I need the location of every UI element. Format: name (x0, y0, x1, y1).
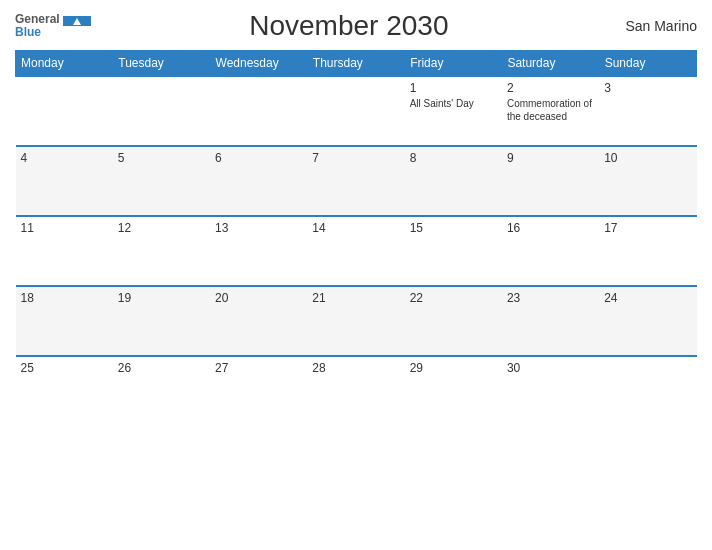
calendar-day-cell: 19 (113, 286, 210, 356)
day-number: 28 (312, 361, 399, 375)
calendar-day-cell: 1All Saints' Day (405, 76, 502, 146)
calendar-day-cell: 23 (502, 286, 599, 356)
day-number: 27 (215, 361, 302, 375)
calendar-day-cell (599, 356, 696, 426)
calendar-day-cell (307, 76, 404, 146)
calendar-day-cell: 2Commemoration of the deceased (502, 76, 599, 146)
day-number: 9 (507, 151, 594, 165)
calendar-title: November 2030 (91, 10, 607, 42)
calendar-day-cell (16, 76, 113, 146)
weekday-header-thursday: Thursday (307, 51, 404, 77)
calendar-week-row: 18192021222324 (16, 286, 697, 356)
svg-rect-1 (63, 26, 91, 36)
day-number: 17 (604, 221, 691, 235)
calendar-container: General Blue November 2030 San Marino Mo… (0, 0, 712, 550)
calendar-day-cell: 12 (113, 216, 210, 286)
day-number: 7 (312, 151, 399, 165)
calendar-day-cell: 30 (502, 356, 599, 426)
day-number: 29 (410, 361, 497, 375)
calendar-event: All Saints' Day (410, 97, 497, 110)
calendar-week-row: 252627282930 (16, 356, 697, 426)
calendar-day-cell: 3 (599, 76, 696, 146)
calendar-day-cell: 11 (16, 216, 113, 286)
day-number: 18 (21, 291, 108, 305)
calendar-day-cell: 25 (16, 356, 113, 426)
logo: General Blue (15, 13, 91, 39)
calendar-day-cell: 17 (599, 216, 696, 286)
weekday-header-monday: Monday (16, 51, 113, 77)
calendar-region: San Marino (607, 18, 697, 34)
calendar-header: General Blue November 2030 San Marino (15, 10, 697, 42)
logo-flag-icon (63, 16, 91, 36)
calendar-day-cell: 4 (16, 146, 113, 216)
weekday-header-sunday: Sunday (599, 51, 696, 77)
day-number: 12 (118, 221, 205, 235)
calendar-day-cell: 15 (405, 216, 502, 286)
calendar-day-cell: 14 (307, 216, 404, 286)
calendar-day-cell: 18 (16, 286, 113, 356)
day-number: 26 (118, 361, 205, 375)
calendar-day-cell: 28 (307, 356, 404, 426)
calendar-table: MondayTuesdayWednesdayThursdayFridaySatu… (15, 50, 697, 426)
day-number: 23 (507, 291, 594, 305)
day-number: 8 (410, 151, 497, 165)
calendar-day-cell: 7 (307, 146, 404, 216)
calendar-week-row: 11121314151617 (16, 216, 697, 286)
day-number: 24 (604, 291, 691, 305)
day-number: 25 (21, 361, 108, 375)
calendar-day-cell: 8 (405, 146, 502, 216)
calendar-day-cell (210, 76, 307, 146)
day-number: 11 (21, 221, 108, 235)
day-number: 16 (507, 221, 594, 235)
calendar-week-row: 1All Saints' Day2Commemoration of the de… (16, 76, 697, 146)
day-number: 13 (215, 221, 302, 235)
day-number: 4 (21, 151, 108, 165)
calendar-day-cell: 24 (599, 286, 696, 356)
calendar-day-cell: 10 (599, 146, 696, 216)
calendar-day-cell: 20 (210, 286, 307, 356)
calendar-day-cell: 16 (502, 216, 599, 286)
day-number: 22 (410, 291, 497, 305)
calendar-day-cell: 22 (405, 286, 502, 356)
day-number: 10 (604, 151, 691, 165)
logo-blue-text: Blue (15, 26, 60, 39)
calendar-day-cell: 26 (113, 356, 210, 426)
day-number: 6 (215, 151, 302, 165)
calendar-week-row: 45678910 (16, 146, 697, 216)
weekday-header-row: MondayTuesdayWednesdayThursdayFridaySatu… (16, 51, 697, 77)
weekday-header-tuesday: Tuesday (113, 51, 210, 77)
day-number: 20 (215, 291, 302, 305)
weekday-header-friday: Friday (405, 51, 502, 77)
day-number: 15 (410, 221, 497, 235)
calendar-day-cell: 29 (405, 356, 502, 426)
calendar-day-cell: 27 (210, 356, 307, 426)
weekday-header-saturday: Saturday (502, 51, 599, 77)
day-number: 30 (507, 361, 594, 375)
calendar-day-cell (113, 76, 210, 146)
calendar-day-cell: 13 (210, 216, 307, 286)
day-number: 5 (118, 151, 205, 165)
day-number: 19 (118, 291, 205, 305)
calendar-day-cell: 21 (307, 286, 404, 356)
calendar-day-cell: 6 (210, 146, 307, 216)
day-number: 3 (604, 81, 691, 95)
day-number: 14 (312, 221, 399, 235)
day-number: 21 (312, 291, 399, 305)
day-number: 2 (507, 81, 594, 95)
day-number: 1 (410, 81, 497, 95)
calendar-day-cell: 9 (502, 146, 599, 216)
calendar-day-cell: 5 (113, 146, 210, 216)
calendar-event: Commemoration of the deceased (507, 97, 594, 123)
weekday-header-wednesday: Wednesday (210, 51, 307, 77)
